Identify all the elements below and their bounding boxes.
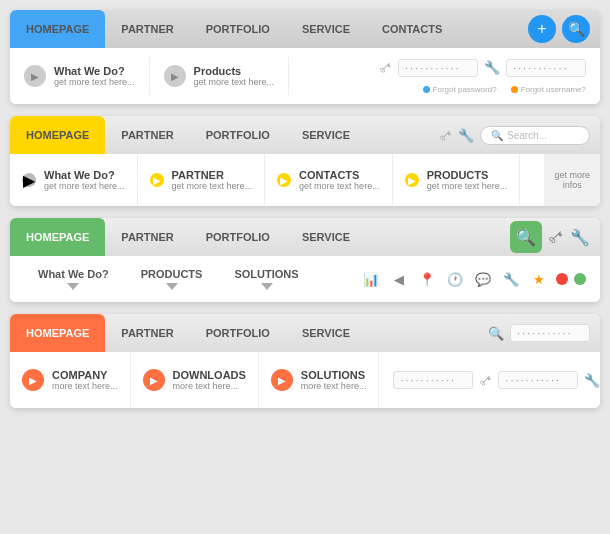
- sub-item-whatwedo-2[interactable]: ▶ What We Do? get more text here...: [10, 154, 138, 206]
- sub-item-whatwedo-1[interactable]: ▶ What We Do? get more text here...: [10, 57, 150, 95]
- sub-item-contacts-2[interactable]: ▶ CONTACTS get more text here...: [265, 154, 393, 206]
- search-icon-4[interactable]: 🔍: [488, 326, 504, 341]
- login-section-1: 🗝 ··········· 🔧 ··········· Forgot passw…: [365, 51, 600, 102]
- sub-desc-partner-2: get more text here...: [172, 181, 253, 191]
- wrench-icon-1[interactable]: 🔧: [484, 60, 500, 75]
- nav-bar-right-2: 🗝 🔧 🔍 Search...: [439, 126, 600, 145]
- plus-button-1[interactable]: +: [528, 15, 556, 43]
- login-row-4: ··········· 🗝 ··········· 🔧: [393, 371, 600, 389]
- sub-title-1: What We Do?: [54, 65, 135, 77]
- nav-bar-right-1: + 🔍: [528, 15, 600, 43]
- sub-item-partner-2[interactable]: ▶ PARTNER get more text here...: [138, 154, 266, 206]
- icon-group-3: 📊 ◀ 📍 🕐 💬 🔧 ★: [360, 268, 586, 290]
- sub-item-company-4[interactable]: ▶ COMPANY more text here...: [10, 352, 131, 408]
- forgot-password-1[interactable]: Forgot password?: [423, 85, 497, 94]
- sub-title-solutions-4: SOLUTIONS: [301, 369, 367, 381]
- tab-homepage-2[interactable]: HOMEPAGE: [10, 116, 105, 154]
- sub-title-products-2: PRODUCTS: [427, 169, 508, 181]
- password-input-1[interactable]: ···········: [398, 59, 478, 77]
- play-back-icon[interactable]: ◀: [388, 268, 410, 290]
- sub-desc-1: get more text here...: [54, 77, 135, 87]
- sub-label-products-3: PRODUCTS: [141, 268, 203, 280]
- search-button-3[interactable]: 🔍: [510, 221, 542, 253]
- sub-desc-products-2: get more text here...: [427, 181, 508, 191]
- sub-item-downloads-4[interactable]: ▶ DOWNLOADS more text here...: [131, 352, 259, 408]
- username-input-1[interactable]: ···········: [506, 59, 586, 77]
- sub-title-products-1: Products: [194, 65, 275, 77]
- arrow-solutions-4: ▶: [271, 369, 293, 391]
- sub-text-downloads-4: DOWNLOADS more text here...: [173, 369, 246, 391]
- sub-title-contacts-2: CONTACTS: [299, 169, 380, 181]
- arrow-icon-1: ▶: [24, 65, 46, 87]
- sub-text-company-4: COMPANY more text here...: [52, 369, 118, 391]
- tab-homepage-3[interactable]: HOMEPAGE: [10, 218, 105, 256]
- dots-4[interactable]: ···········: [393, 371, 473, 389]
- arrow-icon-2: ▶: [164, 65, 186, 87]
- sub-text-1: What We Do? get more text here...: [54, 65, 135, 87]
- arrow-downloads-4: ▶: [143, 369, 165, 391]
- sub-item-solutions-4[interactable]: ▶ SOLUTIONS more text here...: [259, 352, 380, 408]
- clock-icon[interactable]: 🕐: [444, 268, 466, 290]
- tab-service-4[interactable]: SERVICE: [286, 314, 366, 352]
- sub-item-solutions-3[interactable]: SOLUTIONS: [220, 262, 312, 296]
- sub-bar-1: ▶ What We Do? get more text here... ▶ Pr…: [10, 48, 600, 104]
- search-placeholder-2: Search...: [507, 130, 547, 141]
- sub-text-contacts-2: CONTACTS get more text here...: [299, 169, 380, 191]
- settings-icon[interactable]: 🔧: [500, 268, 522, 290]
- nav-bar-1: HOMEPAGE PARTNER PORTFOLIO SERVICE CONTA…: [10, 10, 600, 48]
- search-button-1[interactable]: 🔍: [562, 15, 590, 43]
- dot-products-2: ▶: [405, 173, 419, 187]
- arrow-company-4: ▶: [22, 369, 44, 391]
- tab-partner-4[interactable]: PARTNER: [105, 314, 189, 352]
- login-section-4: ··········· 🗝 ··········· 🔧 Forgot passw…: [379, 352, 610, 408]
- dot-partner-2: ▶: [150, 173, 164, 187]
- search-box-2[interactable]: 🔍 Search...: [480, 126, 590, 145]
- tab-homepage-1[interactable]: HOMEPAGE: [10, 10, 105, 48]
- sub-item-whatwedo-3[interactable]: What We Do?: [24, 262, 123, 296]
- sub-text-solutions-4: SOLUTIONS more text here...: [301, 369, 367, 391]
- chat-icon[interactable]: 💬: [472, 268, 494, 290]
- tab-partner-1[interactable]: PARTNER: [105, 10, 189, 48]
- sub-item-products-1[interactable]: ▶ Products get more text here...: [150, 57, 290, 95]
- star-icon[interactable]: ★: [528, 268, 550, 290]
- forgot-links-1: Forgot password? Forgot username?: [423, 85, 586, 94]
- tab-contacts-1[interactable]: CONTACTS: [366, 10, 458, 48]
- wrench-icon-4[interactable]: 🔧: [584, 373, 600, 388]
- bar-chart-icon[interactable]: 📊: [360, 268, 382, 290]
- dot-whatwedo-2: ▶: [22, 173, 36, 187]
- wrench-icon-2[interactable]: 🔧: [458, 128, 474, 143]
- nav-bar-2: HOMEPAGE PARTNER PORTFOLIO SERVICE 🗝 🔧 🔍…: [10, 116, 600, 154]
- infos-label-2: infos: [563, 180, 582, 190]
- sub-title-company-4: COMPANY: [52, 369, 118, 381]
- forgot-username-1[interactable]: Forgot username?: [511, 85, 586, 94]
- tab-portfolio-4[interactable]: PORTFOLIO: [190, 314, 286, 352]
- tab-partner-2[interactable]: PARTNER: [105, 116, 189, 154]
- tab-homepage-4[interactable]: HOMEPAGE: [10, 314, 105, 352]
- sub-item-products-2[interactable]: ▶ PRODUCTS get more text here...: [393, 154, 521, 206]
- tab-portfolio-1[interactable]: PORTFOLIO: [190, 10, 286, 48]
- tab-service-1[interactable]: SERVICE: [286, 10, 366, 48]
- dot-blue-1: [423, 86, 430, 93]
- sub-text-partner-2: PARTNER get more text here...: [172, 169, 253, 191]
- key-icon-1: 🗝: [376, 58, 396, 78]
- password-input-4[interactable]: ···········: [510, 324, 590, 342]
- sub-item-products-3[interactable]: PRODUCTS: [127, 262, 217, 296]
- red-dot-indicator: [556, 273, 568, 285]
- tab-portfolio-2[interactable]: PORTFOLIO: [190, 116, 286, 154]
- tab-service-3[interactable]: SERVICE: [286, 218, 366, 256]
- sub-text-products-2: PRODUCTS get more text here...: [427, 169, 508, 191]
- sub-desc-products-1: get more text here...: [194, 77, 275, 87]
- sub-desc-whatwedo-2: get more text here...: [44, 181, 125, 191]
- sub-desc-downloads-4: more text here...: [173, 381, 246, 391]
- pin-icon[interactable]: 📍: [416, 268, 438, 290]
- tab-service-2[interactable]: SERVICE: [286, 116, 366, 154]
- tab-partner-3[interactable]: PARTNER: [105, 218, 189, 256]
- wrench-icon-3[interactable]: 🔧: [570, 228, 590, 247]
- nav-widget-4: HOMEPAGE PARTNER PORTFOLIO SERVICE 🔍 ···…: [10, 314, 600, 408]
- username-input-4[interactable]: ···········: [498, 371, 578, 389]
- sub-desc-solutions-4: more text here...: [301, 381, 367, 391]
- more-infos-2[interactable]: get more infos: [544, 154, 600, 206]
- nav-widget-2: HOMEPAGE PARTNER PORTFOLIO SERVICE 🗝 🔧 🔍…: [10, 116, 600, 206]
- arrow-down-solutions-3: [261, 283, 273, 290]
- tab-portfolio-3[interactable]: PORTFOLIO: [190, 218, 286, 256]
